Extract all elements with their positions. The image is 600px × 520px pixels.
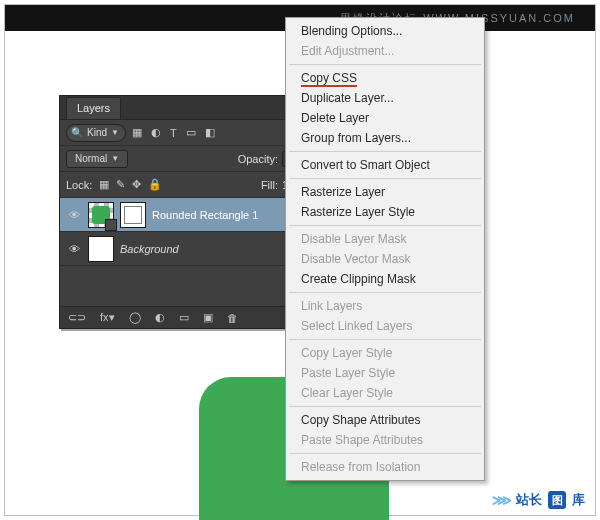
filter-smart-icon[interactable]: ◧: [205, 126, 223, 139]
lock-all-icon[interactable]: 🔒: [148, 178, 162, 191]
layer-thumbnail[interactable]: [88, 236, 114, 262]
fill-label: Fill:: [261, 179, 278, 191]
filter-kind-label: Kind: [87, 127, 107, 138]
menu-item-label: Rasterize Layer: [301, 185, 385, 199]
lock-label: Lock:: [66, 179, 92, 191]
menu-item[interactable]: Delete Layer: [287, 108, 483, 128]
menu-item-label: Group from Layers...: [301, 131, 411, 145]
menu-item[interactable]: Copy CSS: [287, 68, 483, 88]
new-layer-icon[interactable]: ▣: [203, 311, 213, 324]
menu-item-label: Copy CSS: [301, 71, 357, 87]
layer-mask-thumbnail[interactable]: [120, 202, 146, 228]
menu-item[interactable]: Copy Shape Attributes: [287, 410, 483, 430]
filter-kind-dropdown[interactable]: 🔍 Kind ▼: [66, 124, 126, 142]
menu-item-label: Blending Options...: [301, 24, 402, 38]
filter-adjust-icon[interactable]: ◐: [151, 126, 161, 139]
menu-item[interactable]: Create Clipping Mask: [287, 269, 483, 289]
menu-item-label: Paste Shape Attributes: [301, 433, 423, 447]
panel-footer: ⊂⊃ fx▾ ◯ ◐ ▭ ▣ 🗑: [60, 306, 306, 328]
chevron-down-icon: ▼: [111, 154, 119, 163]
menu-item[interactable]: Convert to Smart Object: [287, 155, 483, 175]
filter-pixel-icon[interactable]: ▦: [132, 126, 142, 139]
menu-item-label: Select Linked Layers: [301, 319, 412, 333]
menu-item-label: Edit Adjustment...: [301, 44, 394, 58]
watermark-text-post: 库: [572, 491, 585, 509]
new-adjustment-icon[interactable]: ◐: [155, 311, 165, 324]
layer-thumbnail[interactable]: [88, 202, 114, 228]
menu-separator: [289, 453, 481, 454]
menu-item-label: Rasterize Layer Style: [301, 205, 415, 219]
menu-item[interactable]: Group from Layers...: [287, 128, 483, 148]
menu-item: Select Linked Layers: [287, 316, 483, 336]
menu-item[interactable]: Rasterize Layer Style: [287, 202, 483, 222]
search-icon: 🔍: [71, 127, 83, 138]
menu-item-label: Clear Layer Style: [301, 386, 393, 400]
add-mask-icon[interactable]: ◯: [129, 311, 141, 324]
lock-pixels-icon[interactable]: ✎: [116, 178, 125, 191]
watermark-text-pre: 站长: [516, 491, 542, 509]
menu-item-label: Copy Layer Style: [301, 346, 392, 360]
filter-type-icons: ▦ ◐ T ▭ ◧: [132, 126, 223, 139]
menu-item: Disable Vector Mask: [287, 249, 483, 269]
layer-name[interactable]: Rounded Rectangle 1: [152, 209, 272, 221]
layer-row[interactable]: 👁 Rounded Rectangle 1: [60, 198, 306, 232]
menu-item-label: Disable Vector Mask: [301, 252, 410, 266]
menu-item-label: Convert to Smart Object: [301, 158, 430, 172]
layer-row[interactable]: 👁 Background: [60, 232, 306, 266]
new-group-icon[interactable]: ▭: [179, 311, 189, 324]
chevron-down-icon: ▼: [111, 128, 119, 137]
layer-fx-icon[interactable]: fx▾: [100, 311, 115, 324]
blend-mode-value: Normal: [75, 153, 107, 164]
menu-separator: [289, 292, 481, 293]
opacity-label: Opacity:: [238, 153, 278, 165]
menu-item: Copy Layer Style: [287, 343, 483, 363]
menu-item-label: Create Clipping Mask: [301, 272, 416, 286]
panel-tab-row: Layers ▤: [60, 96, 306, 120]
menu-item: Disable Layer Mask: [287, 229, 483, 249]
menu-separator: [289, 406, 481, 407]
watermark-badge: 图: [548, 491, 566, 509]
menu-item: Clear Layer Style: [287, 383, 483, 403]
watermark-wing-icon: ⋙: [492, 492, 510, 508]
menu-item: Edit Adjustment...: [287, 41, 483, 61]
menu-separator: [289, 178, 481, 179]
menu-separator: [289, 64, 481, 65]
blend-mode-dropdown[interactable]: Normal ▼: [66, 150, 128, 168]
menu-item[interactable]: Blending Options...: [287, 21, 483, 41]
menu-separator: [289, 225, 481, 226]
menu-item: Paste Layer Style: [287, 363, 483, 383]
menu-item-label: Paste Layer Style: [301, 366, 395, 380]
filter-shape-icon[interactable]: ▭: [186, 126, 196, 139]
context-menu: Blending Options...Edit Adjustment...Cop…: [285, 17, 485, 481]
menu-separator: [289, 339, 481, 340]
watermark-bottom: ⋙ 站长 图 库: [492, 491, 585, 509]
visibility-eye-icon[interactable]: 👁: [66, 243, 82, 255]
app-frame: 思缘设计论坛 WWW.MISSYUAN.COM Layers ▤ 🔍 Kind …: [4, 4, 596, 516]
menu-item-label: Delete Layer: [301, 111, 369, 125]
layer-list: 👁 Rounded Rectangle 1 👁 Background: [60, 198, 306, 266]
layers-tab[interactable]: Layers: [66, 97, 121, 119]
filter-type-icon[interactable]: T: [170, 127, 177, 139]
lock-position-icon[interactable]: ✥: [132, 178, 141, 191]
menu-item-label: Disable Layer Mask: [301, 232, 406, 246]
layer-filter-row: 🔍 Kind ▼ ▦ ◐ T ▭ ◧: [60, 120, 306, 146]
menu-item-label: Duplicate Layer...: [301, 91, 394, 105]
lock-transparency-icon[interactable]: ▦: [99, 178, 109, 191]
menu-item: Release from Isolation: [287, 457, 483, 477]
menu-item-label: Link Layers: [301, 299, 362, 313]
layers-panel: Layers ▤ 🔍 Kind ▼ ▦ ◐ T ▭ ◧ Normal ▼: [59, 95, 307, 329]
menu-item-label: Release from Isolation: [301, 460, 420, 474]
layer-name[interactable]: Background: [120, 243, 179, 255]
menu-item[interactable]: Rasterize Layer: [287, 182, 483, 202]
visibility-eye-icon[interactable]: 👁: [66, 209, 82, 221]
menu-item: Link Layers: [287, 296, 483, 316]
blend-opacity-row: Normal ▼ Opacity: 10: [60, 146, 306, 172]
menu-separator: [289, 151, 481, 152]
delete-layer-icon[interactable]: 🗑: [227, 312, 238, 324]
menu-item-label: Copy Shape Attributes: [301, 413, 420, 427]
menu-item: Paste Shape Attributes: [287, 430, 483, 450]
menu-item[interactable]: Duplicate Layer...: [287, 88, 483, 108]
lock-fill-row: Lock: ▦ ✎ ✥ 🔒 Fill: 10: [60, 172, 306, 198]
link-layers-icon[interactable]: ⊂⊃: [68, 311, 86, 324]
